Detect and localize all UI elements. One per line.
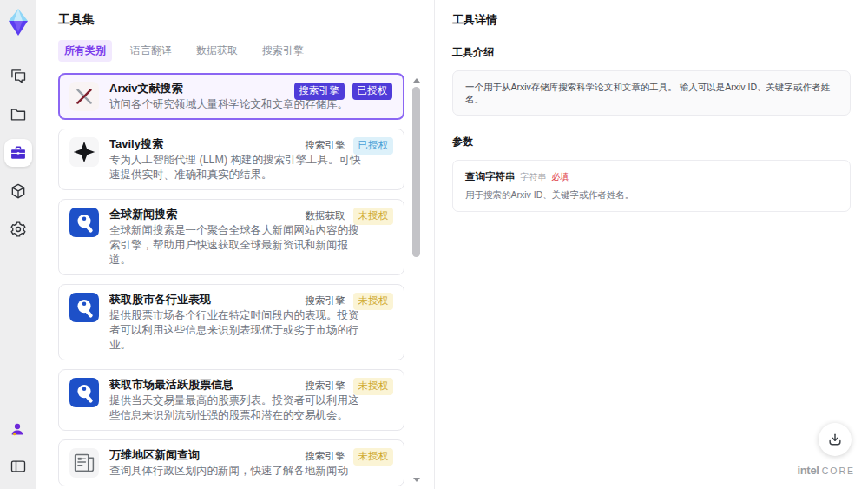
tool-description: 访问各个研究领域大量科学论文和文章的存储库。 xyxy=(109,97,348,112)
intro-text: 一个用于从Arxiv存储库搜索科学论文和文章的工具。 输入可以是Arxiv ID… xyxy=(465,82,830,104)
tool-icon xyxy=(69,208,99,237)
tool-description: 查询具体行政区划内的新闻，快速了解各地新闻动 xyxy=(109,464,348,479)
tool-category-badge: 搜索引擎 xyxy=(306,378,345,395)
tool-badges: 搜索引擎 未授权 xyxy=(306,448,394,466)
tool-description: 提供股票市场各个行业在特定时间段内的表现。投资者可以利用这些信息来识别表现优于或… xyxy=(109,308,361,353)
tool-icon xyxy=(69,378,99,407)
tool-description: 全球新闻搜索是一个聚合全球各大新闻网站内容的搜索引擎，帮助用户快速获取全球最新资… xyxy=(109,223,361,268)
param-required-label: 必填 xyxy=(552,171,569,183)
intro-heading: 工具介绍 xyxy=(452,45,851,60)
sidebar-bottom xyxy=(4,416,32,480)
toolset-pane: 工具集 所有类别语言翻译数据获取搜索引擎 Arxiv文献搜索 访问各个研究领域大… xyxy=(36,0,434,489)
tool-detail-pane: 工具详情 工具介绍 一个用于从Arxiv存储库搜索科学论文和文章的工具。 输入可… xyxy=(434,0,868,489)
sidebar-item-toolbox[interactable] xyxy=(4,139,32,167)
brand-core-text: CORE xyxy=(822,466,855,476)
app-window: 工具集 所有类别语言翻译数据获取搜索引擎 Arxiv文献搜索 访问各个研究领域大… xyxy=(0,0,868,489)
sidebar-item-cube[interactable] xyxy=(4,177,32,205)
intel-core-logo: intel CORE xyxy=(797,464,855,477)
toolbox-icon xyxy=(10,144,27,162)
tool-card[interactable]: Tavily搜索 专为人工智能代理 (LLM) 构建的搜索引擎工具。可快速提供实… xyxy=(58,129,404,190)
download-icon xyxy=(827,432,843,447)
tool-card[interactable]: 全球新闻搜索 全球新闻搜索是一个聚合全球各大新闻网站内容的搜索引擎，帮助用户快速… xyxy=(58,199,404,275)
tool-icon xyxy=(69,448,99,478)
tool-description: 专为人工智能代理 (LLM) 构建的搜索引擎工具。可快速提供实时、准确和真实的结… xyxy=(109,153,361,182)
sidebar-nav xyxy=(4,63,32,243)
tool-badges: 搜索引擎 未授权 xyxy=(306,293,394,310)
scroll-up-arrow-icon[interactable] xyxy=(413,78,420,83)
scrollbar-thumb[interactable] xyxy=(412,87,420,257)
tool-badges: 搜索引擎 未授权 xyxy=(306,378,394,395)
category-tab-1[interactable]: 语言翻译 xyxy=(124,40,178,62)
param-name: 查询字符串 xyxy=(465,170,516,183)
detail-title: 工具详情 xyxy=(452,12,851,28)
download-button[interactable] xyxy=(819,423,852,456)
category-tab-0[interactable]: 所有类别 xyxy=(58,40,112,62)
category-tabs: 所有类别语言翻译数据获取搜索引擎 xyxy=(58,40,404,62)
sidebar-item-panel-toggle[interactable] xyxy=(4,453,32,480)
gear-icon xyxy=(10,221,27,238)
tool-card[interactable]: 万维地区新闻查询 查询具体行政区划内的新闻，快速了解各地新闻动 搜索引擎 未授权 xyxy=(58,439,404,486)
folder-icon xyxy=(10,106,27,123)
tool-category-badge: 数据获取 xyxy=(306,208,345,225)
tool-icon xyxy=(69,82,99,111)
sidebar xyxy=(0,0,36,489)
chat-icon xyxy=(10,68,27,85)
brand-intel-text: intel xyxy=(797,464,819,477)
sidebar-item-chat[interactable] xyxy=(4,63,32,90)
tool-card[interactable]: 获取市场最活跃股票信息 提供当天交易量最高的股票列表。投资者可以利用这些信息来识… xyxy=(58,369,404,431)
tool-badges: 搜索引擎 已授权 xyxy=(306,137,394,155)
tool-auth-badge: 未授权 xyxy=(353,378,394,395)
tool-auth-badge: 已授权 xyxy=(353,137,394,155)
tool-auth-badge: 已授权 xyxy=(352,83,393,100)
tool-category-badge: 搜索引擎 xyxy=(306,293,345,310)
sidebar-item-gear[interactable] xyxy=(4,215,32,243)
scrollbar[interactable] xyxy=(412,76,420,484)
tool-icon xyxy=(69,137,99,167)
sidebar-item-user[interactable] xyxy=(4,416,32,444)
intro-box: 一个用于从Arxiv存储库搜索科学论文和文章的工具。 输入可以是Arxiv ID… xyxy=(452,70,851,116)
tool-auth-badge: 未授权 xyxy=(353,448,394,466)
tool-badges: 数据获取 未授权 xyxy=(306,208,394,225)
param-box: 查询字符串 字符串 必填 用于搜索的Arxiv ID、关键字或作者姓名。 xyxy=(452,160,851,212)
category-tab-2[interactable]: 数据获取 xyxy=(190,40,244,62)
param-description: 用于搜索的Arxiv ID、关键字或作者姓名。 xyxy=(465,189,838,202)
tool-card[interactable]: Arxiv文献搜索 访问各个研究领域大量科学论文和文章的存储库。 搜索引擎 已授… xyxy=(58,73,404,120)
tool-list: Arxiv文献搜索 访问各个研究领域大量科学论文和文章的存储库。 搜索引擎 已授… xyxy=(58,73,404,486)
tool-category-badge: 搜索引擎 xyxy=(306,448,345,466)
tool-badges: 搜索引擎 已授权 xyxy=(294,83,393,100)
app-logo xyxy=(4,7,32,38)
param-type: 字符串 xyxy=(521,171,547,183)
tool-icon xyxy=(69,293,99,322)
tool-card[interactable]: 获取股市各行业表现 提供股票市场各个行业在特定时间段内的表现。投资者可以利用这些… xyxy=(58,284,404,360)
panel-toggle-icon xyxy=(10,458,27,475)
tool-auth-badge: 未授权 xyxy=(353,293,394,310)
sidebar-item-folder[interactable] xyxy=(4,101,32,129)
user-icon xyxy=(10,421,27,439)
page-title: 工具集 xyxy=(58,12,404,28)
tool-description: 提供当天交易量最高的股票列表。投资者可以利用这些信息来识别流动性强的股票和潜在的… xyxy=(109,393,361,423)
tool-category-badge: 搜索引擎 xyxy=(306,137,345,155)
tool-category-badge: 搜索引擎 xyxy=(294,83,345,100)
params-heading: 参数 xyxy=(452,135,851,149)
category-tab-3[interactable]: 搜索引擎 xyxy=(256,40,310,62)
cube-icon xyxy=(10,182,27,200)
tool-auth-badge: 未授权 xyxy=(353,208,394,225)
scroll-down-arrow-icon[interactable] xyxy=(413,478,420,482)
